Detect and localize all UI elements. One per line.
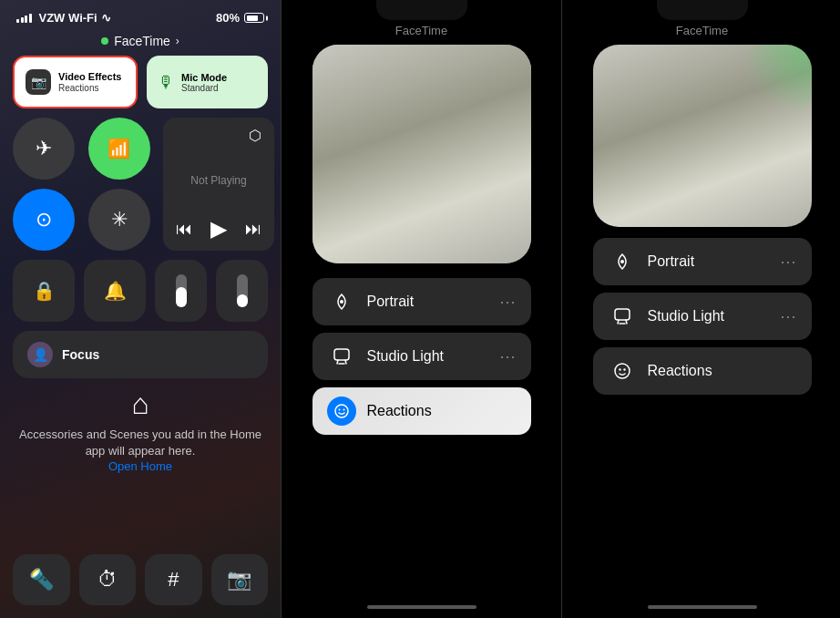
reactions-icon [327, 397, 356, 426]
svg-point-2 [335, 405, 348, 417]
portrait-label: Portrait [367, 294, 489, 310]
home-indicator [367, 605, 476, 609]
svg-point-9 [623, 368, 625, 370]
fast-forward-button[interactable]: ⏭ [245, 220, 261, 239]
play-button[interactable]: ▶ [210, 216, 227, 242]
p3-video-preview [593, 45, 812, 227]
p3-studio-light-label: Studio Light [648, 308, 770, 324]
brightness-slider[interactable] [155, 260, 207, 322]
battery-fill [247, 15, 259, 21]
control-grid: ✈ 📶 ⊙ ✳ ⬡ Not Playing ⏮ ▶ ⏭ [0, 118, 281, 251]
control-row2: 🔒 🔔 [0, 260, 281, 322]
portrait-icon [327, 287, 356, 316]
facetime-bar[interactable]: FaceTime › [0, 30, 281, 56]
control-center-panel: VZW Wi-Fi ∿ 80% FaceTime › 📷 Video Effec… [0, 0, 281, 618]
timer-button[interactable]: ⏱ [79, 554, 137, 605]
carrier-label: VZW Wi-Fi [39, 11, 97, 25]
studio-light-icon [327, 342, 356, 371]
airplay-icon[interactable]: ⬡ [249, 127, 261, 144]
p3-portrait-label: Portrait [648, 253, 770, 270]
calculator-button[interactable]: # [145, 554, 202, 605]
p2-facetime-label: FaceTime [395, 24, 447, 37]
bottom-controls-row: 🔦 ⏱ # 📷 [0, 554, 281, 605]
status-right: 80% [216, 11, 264, 25]
video-preview-inner [312, 45, 531, 263]
svg-point-0 [340, 300, 343, 304]
p3-portrait-more-icon[interactable]: ··· [780, 252, 796, 272]
facetime-chevron: › [176, 35, 179, 47]
p3-reactions-label: Reactions [648, 363, 797, 379]
facetime-effects-panel: FaceTime Portrait ··· Studio Light ··· [282, 0, 561, 618]
alarm-button[interactable]: 🔔 [84, 260, 146, 322]
studio-light-button[interactable]: Studio Light ··· [312, 333, 531, 380]
signal-bar-4 [29, 14, 32, 23]
battery-percentage: 80% [216, 11, 240, 25]
airplane-mode-button[interactable]: ✈ [13, 118, 75, 180]
mic-icon: 🎙 [158, 73, 174, 92]
p3-home-indicator [648, 605, 757, 609]
reactions-button[interactable]: Reactions [312, 387, 531, 435]
green-glow [739, 45, 812, 118]
p3-reactions-button[interactable]: Reactions [593, 347, 812, 395]
flashlight-button[interactable]: 🔦 [13, 554, 70, 605]
status-left: VZW Wi-Fi ∿ [16, 11, 114, 25]
media-top: ⬡ [176, 127, 261, 144]
focus-section: 👤 Focus [0, 331, 281, 378]
mic-mode-subtitle: Standard [181, 83, 227, 93]
svg-point-8 [619, 368, 620, 370]
mic-mode-button[interactable]: 🎙 Mic Mode Standard [147, 56, 268, 108]
signal-bar-2 [21, 17, 24, 23]
facetime-label: FaceTime [114, 34, 170, 48]
svg-point-4 [343, 409, 344, 411]
focus-button[interactable]: 👤 Focus [13, 331, 268, 378]
home-icon: ⌂ [13, 387, 268, 421]
p3-facetime-label: FaceTime [676, 24, 728, 37]
status-bar: VZW Wi-Fi ∿ 80% [0, 0, 281, 30]
wifi-icon: ∿ [101, 11, 111, 25]
cellular-button[interactable]: 📶 [88, 118, 150, 180]
svg-rect-6 [615, 309, 630, 320]
video-effects-button[interactable]: 📷 Video Effects Reactions [13, 56, 138, 108]
signal-bars-icon [16, 14, 32, 23]
control-buttons-grid: ✈ 📶 ⊙ ✳ [13, 118, 154, 251]
rewind-button[interactable]: ⏮ [176, 220, 192, 239]
wifi-button[interactable]: ⊙ [13, 189, 75, 251]
home-description: Accessories and Scenes you add in the Ho… [13, 427, 268, 459]
video-effects-subtitle: Reactions [58, 83, 122, 93]
video-effects-title: Video Effects [58, 71, 122, 83]
p3-portrait-button[interactable]: Portrait ··· [593, 238, 812, 285]
p3-studio-light-more-icon[interactable]: ··· [780, 307, 796, 326]
svg-point-3 [338, 409, 340, 411]
mic-mode-title: Mic Mode [181, 72, 227, 83]
facetime-effects-expanded-panel: FaceTime Portrait ··· Studio Light ··· [562, 0, 840, 618]
volume-slider[interactable] [216, 260, 268, 322]
now-playing-label: Not Playing [176, 174, 261, 187]
open-home-link[interactable]: Open Home [13, 459, 268, 473]
svg-rect-1 [334, 349, 349, 360]
studio-light-label: Studio Light [367, 348, 489, 365]
video-preview [312, 45, 531, 263]
notch [376, 0, 467, 20]
p3-studio-light-icon [608, 302, 637, 331]
top-buttons-row: 📷 Video Effects Reactions 🎙 Mic Mode Sta… [0, 56, 281, 108]
focus-avatar: 👤 [27, 342, 53, 367]
notch-3 [657, 0, 748, 20]
media-controls: ⏮ ▶ ⏭ [176, 216, 261, 242]
screen-lock-button[interactable]: 🔒 [13, 260, 75, 322]
camera-button[interactable]: 📷 [211, 554, 269, 605]
battery-icon [244, 13, 264, 23]
portrait-more-icon[interactable]: ··· [499, 293, 516, 312]
p3-studio-light-button[interactable]: Studio Light ··· [593, 293, 812, 340]
portrait-button[interactable]: Portrait ··· [312, 278, 531, 325]
media-player: ⬡ Not Playing ⏮ ▶ ⏭ [163, 118, 274, 251]
signal-bar-1 [16, 19, 19, 23]
video-effects-text: Video Effects Reactions [58, 71, 122, 93]
p3-portrait-icon [608, 247, 637, 276]
bluetooth-button[interactable]: ✳ [88, 189, 150, 251]
video-camera-icon: 📷 [26, 69, 51, 95]
svg-point-7 [615, 364, 630, 378]
focus-label: Focus [62, 347, 99, 362]
signal-bar-3 [25, 15, 27, 23]
mic-mode-text: Mic Mode Standard [181, 72, 227, 93]
studio-light-more-icon[interactable]: ··· [499, 347, 516, 366]
